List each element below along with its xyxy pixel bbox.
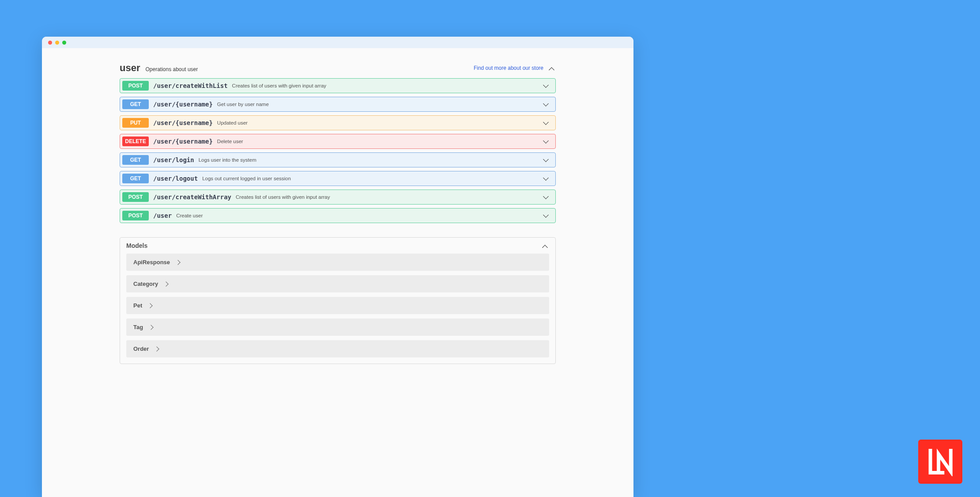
chevron-right-icon[interactable] bbox=[148, 325, 153, 330]
operation-row[interactable]: POST/user/createWithArrayCreates list of… bbox=[120, 190, 556, 205]
operation-row[interactable]: GET/user/{username}Get user by user name bbox=[120, 97, 556, 112]
operation-summary: Logs out current logged in user session bbox=[202, 176, 541, 181]
operation-path: /user/login bbox=[153, 156, 194, 163]
operation-path: /user/createWithArray bbox=[153, 193, 231, 201]
model-name: Pet bbox=[133, 302, 142, 309]
operation-path: /user/{username} bbox=[153, 138, 213, 145]
models-header[interactable]: Models bbox=[120, 238, 555, 254]
operation-path: /user/{username} bbox=[153, 101, 213, 108]
chevron-down-icon[interactable] bbox=[541, 118, 550, 127]
window-close-button[interactable] bbox=[48, 41, 52, 45]
models-title: Models bbox=[126, 242, 147, 249]
tag-header[interactable]: user Operations about user Find out more… bbox=[120, 59, 556, 78]
chevron-right-icon[interactable] bbox=[164, 281, 169, 286]
operation-summary: Get user by user name bbox=[217, 102, 541, 107]
model-name: ApiResponse bbox=[133, 259, 170, 266]
method-badge: POST bbox=[122, 211, 149, 220]
method-badge: GET bbox=[122, 174, 149, 183]
operation-summary: Creates list of users with given input a… bbox=[236, 194, 541, 200]
chevron-down-icon[interactable] bbox=[541, 100, 550, 109]
model-row[interactable]: Tag bbox=[126, 319, 549, 336]
operation-row[interactable]: DELETE/user/{username}Delete user bbox=[120, 134, 556, 149]
model-row[interactable]: ApiResponse bbox=[126, 254, 549, 271]
window-titlebar bbox=[42, 37, 633, 48]
window-minimize-button[interactable] bbox=[55, 41, 59, 45]
ln-logo-icon bbox=[926, 447, 955, 476]
method-badge: POST bbox=[122, 81, 149, 91]
chevron-down-icon[interactable] bbox=[541, 137, 550, 146]
chevron-down-icon[interactable] bbox=[541, 81, 550, 90]
browser-window: user Operations about user Find out more… bbox=[42, 37, 633, 497]
operation-path: /user/logout bbox=[153, 175, 198, 182]
chevron-right-icon[interactable] bbox=[148, 303, 153, 308]
model-row[interactable]: Category bbox=[126, 275, 549, 292]
operation-summary: Create user bbox=[176, 213, 541, 218]
operation-path: /user/createWithList bbox=[153, 82, 228, 89]
swagger-content: user Operations about user Find out more… bbox=[42, 48, 633, 364]
operation-summary: Creates list of users with given input a… bbox=[232, 83, 541, 88]
operation-summary: Updated user bbox=[217, 120, 541, 125]
method-badge: GET bbox=[122, 99, 149, 109]
method-badge: PUT bbox=[122, 118, 149, 128]
operation-summary: Delete user bbox=[217, 139, 541, 144]
tag-header-left: user Operations about user bbox=[120, 62, 198, 74]
operation-path: /user bbox=[153, 212, 172, 219]
chevron-down-icon[interactable] bbox=[541, 156, 550, 164]
operations-list: POST/user/createWithListCreates list of … bbox=[120, 78, 556, 223]
tag-header-right: Find out more about our store bbox=[474, 65, 556, 71]
method-badge: GET bbox=[122, 155, 149, 165]
models-list: ApiResponseCategoryPetTagOrder bbox=[120, 254, 555, 364]
ln-logo-badge bbox=[918, 440, 962, 484]
operation-path: /user/{username} bbox=[153, 119, 213, 126]
tag-name: user bbox=[120, 62, 140, 74]
chevron-right-icon[interactable] bbox=[175, 260, 180, 265]
chevron-up-icon[interactable] bbox=[550, 65, 556, 71]
operation-row[interactable]: POST/userCreate user bbox=[120, 208, 556, 223]
external-docs-link[interactable]: Find out more about our store bbox=[474, 65, 543, 71]
window-maximize-button[interactable] bbox=[62, 41, 66, 45]
model-name: Category bbox=[133, 281, 158, 287]
model-row[interactable]: Order bbox=[126, 340, 549, 357]
model-row[interactable]: Pet bbox=[126, 297, 549, 314]
model-name: Order bbox=[133, 345, 149, 352]
method-badge: DELETE bbox=[122, 137, 149, 146]
tag-description: Operations about user bbox=[145, 66, 198, 72]
chevron-down-icon[interactable] bbox=[541, 193, 550, 201]
operation-summary: Logs user into the system bbox=[199, 157, 541, 163]
method-badge: POST bbox=[122, 192, 149, 202]
operation-row[interactable]: GET/user/loginLogs user into the system bbox=[120, 152, 556, 167]
models-section: Models ApiResponseCategoryPetTagOrder bbox=[120, 237, 556, 364]
operation-row[interactable]: PUT/user/{username}Updated user bbox=[120, 115, 556, 130]
model-name: Tag bbox=[133, 324, 143, 330]
operation-row[interactable]: GET/user/logoutLogs out current logged i… bbox=[120, 171, 556, 186]
chevron-down-icon[interactable] bbox=[541, 211, 550, 220]
chevron-up-icon[interactable] bbox=[543, 243, 549, 249]
chevron-right-icon[interactable] bbox=[155, 346, 159, 351]
operation-row[interactable]: POST/user/createWithListCreates list of … bbox=[120, 78, 556, 93]
chevron-down-icon[interactable] bbox=[541, 174, 550, 183]
